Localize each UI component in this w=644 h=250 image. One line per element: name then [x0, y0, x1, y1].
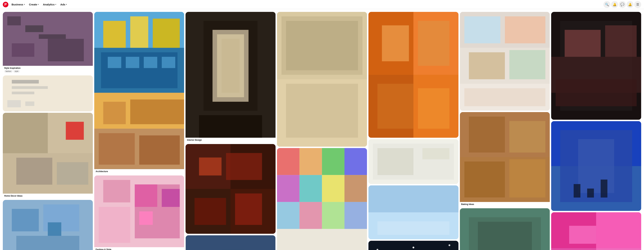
pin-card[interactable]: Home Decor Ideas [3, 113, 93, 199]
bell-icon: 🔔 [613, 2, 616, 6]
svg-rect-16 [16, 158, 52, 185]
svg-point-195 [448, 244, 450, 246]
pin-card[interactable] [460, 12, 550, 111]
pin-tag: fashion [4, 70, 12, 73]
svg-rect-187 [377, 221, 450, 235]
svg-rect-229 [464, 88, 545, 106]
svg-rect-52 [98, 133, 135, 165]
pin-title: Baking Ideas [461, 203, 548, 206]
pin-card[interactable] [3, 200, 93, 250]
svg-rect-277 [551, 248, 596, 250]
pin-title: Interior Design [187, 139, 274, 141]
nav-business[interactable]: Business ▾ [10, 2, 26, 7]
svg-rect-101 [235, 193, 262, 225]
svg-rect-273 [601, 179, 608, 197]
pin-title: Architecture [96, 170, 183, 173]
svg-rect-49 [103, 102, 126, 124]
svg-rect-57 [98, 207, 130, 243]
svg-rect-150 [322, 175, 344, 202]
svg-rect-265 [556, 79, 637, 106]
pin-card[interactable]: Interior Design [186, 12, 276, 143]
pin-card[interactable] [551, 121, 641, 211]
pin-card[interactable] [368, 241, 458, 250]
activity-icon: 🔔 [628, 2, 632, 6]
svg-rect-17 [57, 162, 88, 185]
pin-card[interactable] [368, 139, 458, 184]
svg-rect-148 [277, 175, 300, 202]
svg-rect-151 [344, 175, 367, 202]
create-chevron-icon: ▾ [38, 3, 39, 5]
svg-rect-182 [422, 148, 450, 159]
svg-rect-47 [162, 57, 175, 68]
pin-card[interactable]: Baking Ideas [460, 112, 550, 207]
pin-card[interactable] [368, 185, 458, 239]
pin-card[interactable]: Art Prints [277, 148, 367, 250]
pin-card[interactable] [460, 208, 550, 250]
search-button[interactable]: 🔍 [604, 1, 610, 8]
svg-rect-13 [3, 113, 48, 153]
svg-rect-50 [130, 100, 184, 124]
svg-rect-100 [194, 198, 226, 225]
pin-title: Style Inspiration [4, 67, 92, 69]
notifications-button[interactable]: 🔔 [611, 1, 618, 8]
svg-rect-235 [464, 161, 505, 197]
pin-card[interactable]: Style Inspiration fashionstyle [3, 12, 93, 74]
nav-analytics[interactable]: Analytics ▾ [41, 2, 58, 7]
nav-analytics-label: Analytics [43, 3, 54, 6]
svg-rect-272 [587, 189, 594, 197]
svg-rect-149 [300, 175, 322, 202]
svg-rect-152 [277, 202, 300, 229]
messages-button[interactable]: 💬 [619, 1, 626, 8]
svg-rect-15 [66, 122, 84, 140]
message-icon: 💬 [620, 2, 624, 6]
pin-meta: Style Inspiration fashionstyle [3, 66, 93, 74]
svg-rect-233 [509, 121, 546, 153]
pin-card[interactable] [3, 75, 93, 111]
svg-point-193 [412, 247, 414, 248]
activity-button[interactable]: 🔔 [626, 1, 634, 8]
svg-rect-53 [139, 135, 180, 165]
svg-rect-227 [509, 50, 546, 79]
main-header: P Business ▾ Create ▾ Analytics ▾ Ads ▾ … [0, 0, 644, 9]
svg-rect-147 [344, 148, 367, 175]
pin-card[interactable]: Architecture [94, 12, 184, 174]
menu-button[interactable]: ☰ [634, 1, 641, 8]
pin-meta: Baking Ideas [460, 202, 550, 207]
nav-ads[interactable]: Ads ▾ [58, 2, 68, 7]
header-icons: 🔍 🔔 💬 🔔 ☰ [604, 1, 641, 8]
pin-card[interactable] [277, 12, 367, 147]
pin-meta: Interior Design [186, 138, 276, 143]
svg-rect-241 [478, 222, 532, 250]
svg-rect-179 [418, 88, 450, 129]
svg-rect-155 [344, 202, 367, 229]
svg-rect-11 [25, 102, 34, 106]
nav-create-label: Create [29, 3, 37, 6]
promoted-image: THE 2 [186, 235, 276, 250]
nav-business-label: Business [12, 3, 23, 6]
ads-chevron-icon: ▾ [66, 3, 67, 5]
feed-main: Style Inspiration fashionstyle [0, 0, 644, 250]
pin-card[interactable] [368, 12, 458, 138]
svg-rect-39 [103, 21, 126, 48]
search-icon: 🔍 [605, 2, 609, 6]
svg-rect-153 [300, 202, 322, 229]
svg-rect-278 [596, 248, 641, 250]
pin-card[interactable] [186, 144, 276, 234]
business-chevron-icon: ▾ [24, 3, 25, 5]
promoted-pin-card[interactable]: THE 2 [186, 235, 276, 250]
svg-rect-91 [199, 115, 262, 138]
svg-rect-58 [135, 184, 157, 207]
svg-rect-22 [48, 222, 61, 236]
svg-rect-90 [222, 39, 240, 93]
svg-rect-98 [199, 157, 222, 175]
pin-tag: style [13, 70, 20, 73]
svg-rect-142 [286, 84, 358, 138]
nav-create[interactable]: Create ▾ [27, 2, 40, 7]
pinterest-logo[interactable]: P [3, 2, 8, 7]
pin-card[interactable] [551, 212, 641, 250]
svg-rect-271 [574, 184, 580, 197]
pin-card[interactable]: Fashion & Style [94, 175, 184, 250]
svg-rect-5 [48, 39, 84, 61]
svg-rect-144 [277, 148, 300, 175]
pin-card[interactable] [551, 12, 641, 120]
